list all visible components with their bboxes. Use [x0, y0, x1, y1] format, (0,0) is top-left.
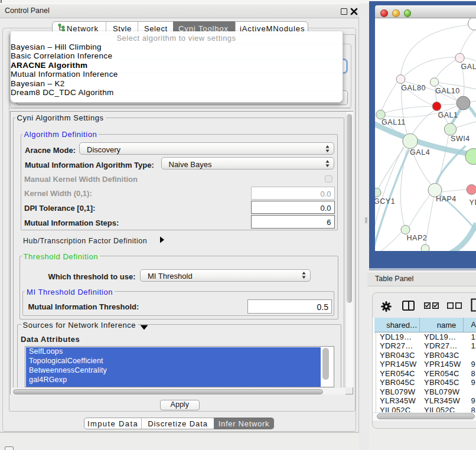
svg-text:HAP2: HAP2: [406, 234, 427, 242]
svg-text:HAP4: HAP4: [436, 195, 457, 203]
svg-text:GAL4: GAL4: [410, 148, 430, 156]
svg-text:GAL7: GAL7: [461, 63, 476, 71]
svg-text:GCY1: GCY1: [375, 197, 395, 206]
svg-text:YD: YD: [469, 198, 476, 207]
svg-text:GAL11: GAL11: [382, 118, 406, 126]
svg-text:GAL80: GAL80: [401, 84, 426, 92]
svg-text:GAL10: GAL10: [435, 87, 460, 95]
svg-text:SWI4: SWI4: [451, 135, 470, 143]
svg-text:GAL1: GAL1: [438, 111, 458, 119]
